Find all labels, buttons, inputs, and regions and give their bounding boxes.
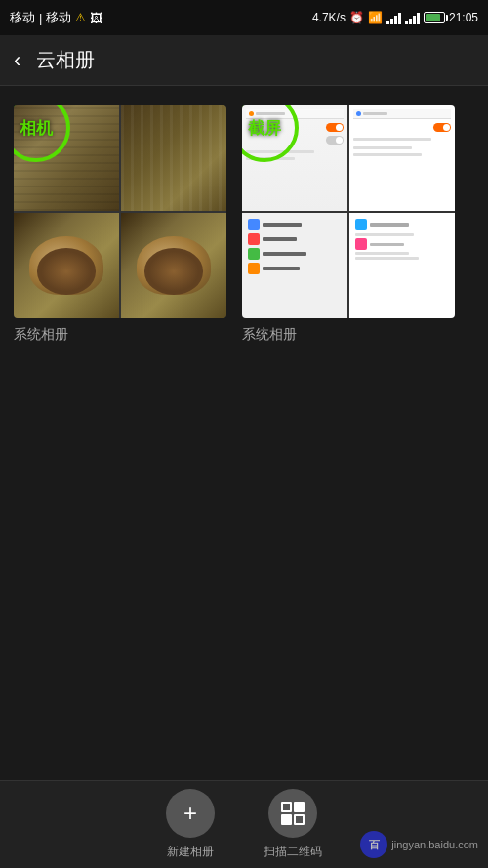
camera-album-thumbnail[interactable]: 相机	[14, 105, 226, 318]
camera-thumb-2	[121, 105, 226, 211]
carrier2-label: 移动	[46, 9, 71, 26]
screenshot-thumb-3	[242, 213, 347, 318]
back-button[interactable]: ‹	[14, 50, 20, 71]
signal-icon-2	[405, 11, 420, 24]
image-icon: 🖼	[90, 11, 102, 25]
status-right-group: 4.7K/s ⏰ 📶 21:05	[312, 11, 478, 24]
camera-label-container: 相机	[14, 105, 70, 162]
screenshot-circle-text: 截屏	[248, 117, 281, 140]
screenshot-label-container: 截屏	[242, 105, 299, 162]
baidu-site: jingyan.baidu.com	[391, 839, 478, 850]
status-bar: 移动 | 移动 ⚠ 🖼 4.7K/s ⏰ 📶 21:05	[0, 0, 488, 35]
ss-header-2	[353, 109, 451, 119]
camera-circle: 相机	[14, 105, 70, 162]
wifi-icon: 📶	[368, 11, 383, 24]
divider: |	[39, 11, 42, 25]
new-album-button[interactable]: + 新建相册	[166, 789, 215, 860]
qr-icon	[268, 789, 317, 838]
battery-icon	[424, 12, 445, 23]
warning-icon: ⚠	[75, 11, 86, 24]
screenshot-thumb-4	[349, 213, 455, 318]
camera-album-item[interactable]: 相机 系统相册	[14, 105, 226, 344]
camera-thumb-4	[121, 213, 226, 318]
new-album-label: 新建相册	[167, 844, 214, 860]
screenshot-circle: 截屏	[242, 105, 299, 162]
page-title: 云相册	[36, 47, 95, 73]
scan-qr-label: 扫描二维码	[264, 844, 322, 860]
baidu-logo: 百	[360, 831, 387, 858]
bottom-bar: + 新建相册 扫描二维码 百 jingyan.baidu.com	[0, 780, 488, 868]
carrier1-label: 移动	[10, 9, 35, 26]
bowl-icon-2	[137, 236, 211, 294]
speed-label: 4.7K/s	[312, 11, 346, 24]
camera-thumb-3	[14, 213, 119, 318]
clock-icon: ⏰	[349, 11, 364, 24]
baidu-watermark: 百 jingyan.baidu.com	[360, 831, 478, 858]
camera-circle-text: 相机	[20, 117, 53, 140]
top-nav: ‹ 云相册	[0, 35, 488, 86]
album-grid: 相机 系统相册 截屏	[0, 86, 488, 363]
screenshot-album-item[interactable]: 截屏	[242, 105, 455, 344]
status-carriers: 移动 | 移动 ⚠ 🖼	[10, 9, 102, 26]
scan-qr-button[interactable]: 扫描二维码	[264, 789, 322, 860]
time-label: 21:05	[449, 11, 478, 24]
screenshot-album-thumbnail[interactable]: 截屏	[242, 105, 455, 318]
signal-icon	[386, 11, 401, 24]
screenshot-thumb-2	[349, 105, 455, 211]
bowl-icon-1	[29, 236, 103, 294]
screenshot-album-name: 系统相册	[242, 326, 455, 344]
camera-album-name: 系统相册	[14, 326, 226, 344]
plus-icon: +	[166, 789, 215, 838]
